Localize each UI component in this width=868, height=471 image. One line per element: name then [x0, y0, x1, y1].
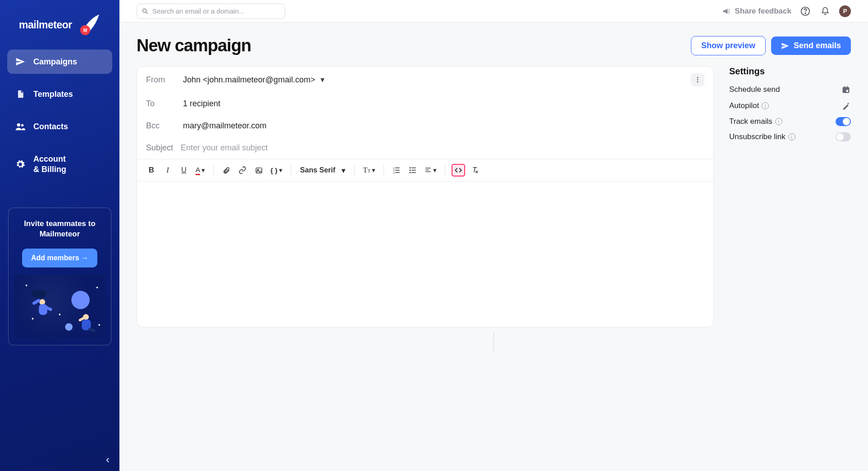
- svg-rect-14: [39, 304, 47, 315]
- track-emails-label: Track emails: [729, 117, 772, 126]
- help-button[interactable]: [799, 5, 811, 17]
- svg-point-2: [17, 123, 20, 127]
- svg-point-12: [32, 290, 46, 298]
- track-emails-toggle[interactable]: [836, 117, 851, 126]
- sidebar-item-label-line2: & Billing: [33, 164, 66, 175]
- gear-icon: [15, 159, 25, 169]
- invite-illustration: [14, 275, 105, 338]
- add-members-button[interactable]: Add members →: [22, 249, 97, 267]
- sidebar-item-templates[interactable]: Templates: [7, 82, 112, 106]
- sidebar-item-contacts[interactable]: Contacts: [7, 114, 112, 139]
- clear-formatting-button[interactable]: [469, 164, 481, 177]
- search-icon: [142, 8, 149, 15]
- svg-rect-27: [256, 168, 262, 172]
- svg-point-6: [26, 285, 27, 286]
- chevron-down-icon: ▾: [342, 166, 345, 175]
- share-feedback-button[interactable]: Share feedback: [722, 7, 791, 16]
- underline-button[interactable]: U: [178, 164, 190, 177]
- bcc-label: Bcc: [146, 121, 183, 131]
- variables-button[interactable]: { } ▾: [269, 164, 284, 177]
- email-composer: From John <john.mailmeteor@gmail.com> ▾ …: [137, 66, 714, 327]
- unsubscribe-link-toggle[interactable]: [836, 132, 851, 141]
- unsubscribe-link-label: Unsubscribe link: [729, 132, 786, 141]
- svg-point-8: [96, 287, 98, 289]
- svg-rect-36: [411, 168, 416, 168]
- svg-rect-34: [395, 172, 400, 173]
- unordered-list-button[interactable]: [407, 164, 419, 177]
- brand-logo[interactable]: mailmeteor M: [0, 0, 119, 50]
- autopilot-label: Autopilot: [729, 101, 759, 110]
- svg-point-10: [32, 318, 34, 320]
- sidebar-item-label-line1: Account: [33, 154, 66, 164]
- subject-row: Subject: [137, 137, 713, 159]
- svg-rect-41: [425, 168, 431, 168]
- editor-toolbar: B I U A ▾: [137, 159, 713, 181]
- calendar-icon: [841, 85, 851, 95]
- ordered-list-button[interactable]: 123: [390, 164, 403, 177]
- to-row[interactable]: To 1 recipient: [137, 93, 713, 115]
- svg-point-24: [697, 77, 699, 78]
- from-value: John <john.mailmeteor@gmail.com>: [183, 75, 315, 85]
- svg-rect-30: [395, 168, 400, 168]
- chevron-down-icon: ▾: [279, 166, 283, 174]
- sidebar-item-campaigns[interactable]: Campaigns: [7, 50, 112, 74]
- font-size-button[interactable]: TT ▾: [361, 164, 377, 177]
- italic-button[interactable]: I: [161, 164, 174, 177]
- font-family-select[interactable]: Sans Serif ▾: [297, 166, 348, 175]
- svg-point-39: [410, 172, 411, 173]
- svg-rect-40: [411, 172, 416, 173]
- send-emails-label: Send emails: [794, 41, 841, 50]
- user-avatar[interactable]: P: [839, 5, 851, 17]
- send-emails-button[interactable]: Send emails: [771, 36, 851, 55]
- sidebar-item-account-billing[interactable]: Account & Billing: [7, 147, 112, 181]
- chevron-down-icon: ▾: [201, 166, 205, 174]
- svg-text:3: 3: [393, 172, 395, 174]
- collapse-sidebar-button[interactable]: [101, 453, 115, 467]
- attachment-button[interactable]: [220, 164, 233, 177]
- from-selector[interactable]: John <john.mailmeteor@gmail.com> ▾: [183, 75, 691, 85]
- settings-title: Settings: [729, 66, 851, 77]
- to-label: To: [146, 99, 183, 109]
- info-icon: i: [788, 133, 795, 140]
- email-body-editor[interactable]: [137, 181, 713, 327]
- setting-schedule-send[interactable]: Schedule send: [729, 85, 851, 95]
- image-button[interactable]: [252, 164, 265, 177]
- send-icon: [781, 42, 789, 50]
- align-button[interactable]: ▾: [423, 164, 439, 177]
- show-preview-button[interactable]: Show preview: [691, 36, 766, 55]
- svg-point-21: [143, 9, 146, 12]
- document-icon: [15, 89, 25, 99]
- more-options-button[interactable]: [691, 73, 704, 86]
- invite-title-line1: Invite teammates to: [14, 219, 105, 229]
- svg-point-37: [410, 170, 411, 171]
- page-header: New campaign Show preview Send emails: [137, 36, 851, 55]
- sidebar-item-label: Campaigns: [33, 57, 77, 67]
- share-feedback-label: Share feedback: [735, 7, 791, 16]
- subject-input[interactable]: [181, 143, 704, 153]
- link-button[interactable]: [236, 164, 249, 177]
- svg-rect-20: [88, 327, 96, 332]
- text-color-button[interactable]: A ▾: [194, 164, 207, 177]
- bcc-row[interactable]: Bcc mary@mailmeteor.com: [137, 115, 713, 137]
- svg-rect-46: [844, 86, 845, 88]
- page-title: New campaign: [137, 36, 251, 55]
- chevron-down-icon: ▾: [372, 166, 375, 174]
- setting-track-emails: Track emails i: [729, 117, 851, 126]
- code-view-button[interactable]: [452, 164, 465, 177]
- search-input[interactable]: [152, 7, 280, 15]
- bold-button[interactable]: B: [145, 164, 158, 177]
- svg-rect-43: [425, 172, 431, 172]
- notifications-button[interactable]: [819, 5, 831, 17]
- font-family-value: Sans Serif: [300, 166, 335, 174]
- svg-point-13: [39, 299, 45, 305]
- sidebar-nav: Campaigns Templates Contacts Account & B…: [0, 50, 119, 190]
- search-box[interactable]: [137, 4, 285, 19]
- setting-unsubscribe-link: Unsubscribe link i: [729, 132, 851, 141]
- topbar: Share feedback P: [119, 0, 868, 23]
- info-icon: i: [775, 118, 782, 125]
- magic-wand-icon: [841, 101, 851, 111]
- setting-autopilot[interactable]: Autopilot i: [729, 101, 851, 111]
- brand-name: mailmeteor: [19, 19, 72, 31]
- sidebar: mailmeteor M Campaigns Templates: [0, 0, 119, 471]
- svg-rect-47: [847, 86, 848, 88]
